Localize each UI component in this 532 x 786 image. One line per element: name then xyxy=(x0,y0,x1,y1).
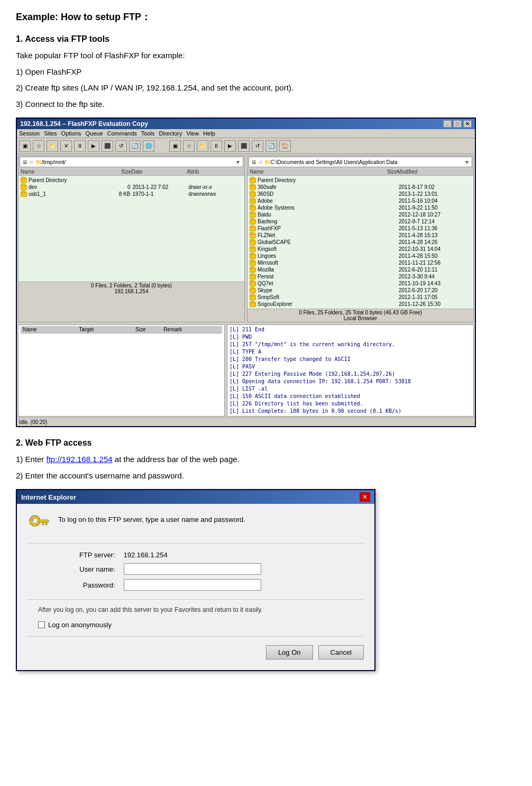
menu-queue[interactable]: Queue xyxy=(86,130,103,137)
right-file-adobesys[interactable]: Adobe Systems 2011-9-22 11:50 xyxy=(250,204,471,211)
ie-form-table: FTP server: 192.168.1.254 User name: Pas… xyxy=(38,549,341,593)
right-file-baidu[interactable]: Baidu 2012-12-18 10:27 xyxy=(250,211,471,218)
folder-icon xyxy=(250,274,256,279)
ftp-status-text: Idle. (00:20) xyxy=(19,419,47,425)
maximize-btn[interactable]: □ xyxy=(453,120,462,128)
toolbar-btn10[interactable]: 🌐 xyxy=(143,140,154,152)
ftp-left-file-list: Parent Directory dev 0 2013-1-22 7:02 dr… xyxy=(19,176,244,282)
ftp-right-header: Name Size Modified xyxy=(247,168,473,176)
menu-options[interactable]: Options xyxy=(61,130,81,137)
toolbar-btn6[interactable]: ▶ xyxy=(88,140,99,152)
ftp-log-area: Name Target Size Remark [L] 211 End [L] … xyxy=(17,323,475,418)
toolbar-btn-r2[interactable]: ☆ xyxy=(183,140,195,152)
right-file-360safe[interactable]: 360safe 2011-8-17 9:02 xyxy=(250,184,471,191)
ftp-server-value: 192.168.1.254 xyxy=(120,549,341,561)
left-address-text: /tmp/mnt/ xyxy=(42,159,66,165)
menu-view[interactable]: View xyxy=(187,130,199,137)
right-file-sogou[interactable]: SogouExplorer 2011-12-26 15:30 xyxy=(250,301,471,308)
page-title: Example: How to setup FTP： xyxy=(16,11,516,23)
toolbar-btn3[interactable]: 📁 xyxy=(47,140,58,152)
left-file-usb1[interactable]: usb1_1 8 KB 1970-1-1 drwxrwxrwx xyxy=(21,191,242,197)
right-file-mirrosoft[interactable]: Mirrosoft 2011-11-21 12:56 xyxy=(250,259,471,266)
menu-session[interactable]: Session xyxy=(19,130,40,137)
menu-commands[interactable]: Commands xyxy=(107,130,137,137)
right-file-skype[interactable]: Skype 2012-6-20 17:20 xyxy=(250,287,471,294)
right-file-lingoes[interactable]: Lingoes 2011-4-28 15:50 xyxy=(250,252,471,259)
log-line-9: [L] 150 ASCII data connection establishe… xyxy=(230,393,471,400)
right-file-mozilla[interactable]: Mozilla 2012-6-20 11:11 xyxy=(250,266,471,273)
ie-titlebar: Internet Explorer ✕ xyxy=(17,490,374,504)
right-file-flznet[interactable]: FLZNet 2011-4-28 15:13 xyxy=(250,232,471,239)
password-input[interactable] xyxy=(124,579,261,591)
toolbar-btn4[interactable]: ✕ xyxy=(60,140,72,152)
ftp-left-panel: 🖥 ☆ 📁 /tmp/mnt/ ▼ Name Size Date Attrib … xyxy=(18,155,245,322)
right-file-snnpsoft[interactable]: SnnpSoft 2012-1-31 17:05 xyxy=(250,294,471,301)
username-label: User name: xyxy=(38,561,120,577)
right-file-adobe[interactable]: Adobe 2011-5-16 10:04 xyxy=(250,197,471,204)
log-line-0: [L] 211 End xyxy=(230,326,471,333)
log-line-2: [L] 257 "/tmp/mnt" is the current workin… xyxy=(230,341,471,348)
log-line-4: [L] 200 Transfer type changed to ASCII xyxy=(230,356,471,363)
toolbar-btn5[interactable]: ⏸ xyxy=(74,140,86,152)
left-file-dev[interactable]: dev 0 2013-1-22 7:02 drwxr-xr-x xyxy=(21,184,242,191)
toolbar-btn-r1[interactable]: ▣ xyxy=(169,140,181,152)
username-input[interactable] xyxy=(124,563,261,575)
section1-header: 1. Access via FTP tools xyxy=(16,33,516,46)
right-file-persist[interactable]: Persist 2012-3-30 9:44 xyxy=(250,273,471,280)
ie-close-button[interactable]: ✕ xyxy=(360,492,370,502)
ftp-left-status: 0 Files, 2 Folders, 2 Total (0 bytes) 19… xyxy=(19,282,244,295)
right-file-flashfxp[interactable]: FlashFXP 2011-5-13 11:36 xyxy=(250,225,471,232)
ie-divider xyxy=(27,543,364,544)
log-on-button[interactable]: Log On xyxy=(266,645,313,659)
toolbar-btn9[interactable]: 🔄 xyxy=(129,140,141,152)
right-file-parent[interactable]: Parent Directory xyxy=(250,177,471,184)
ftp-left-address[interactable]: 🖥 ☆ 📁 /tmp/mnt/ ▼ xyxy=(20,157,243,167)
toolbar-btn-r8[interactable]: 🔄 xyxy=(265,140,277,152)
right-file-baofeng[interactable]: Baofeng 2012-9-7 12:14 xyxy=(250,218,471,225)
ftp-server-row: FTP server: 192.168.1.254 xyxy=(38,549,341,561)
ie-anon-row: Log on anonymously xyxy=(38,621,364,629)
toolbar-btn-r7[interactable]: ↺ xyxy=(252,140,263,152)
minimize-btn[interactable]: _ xyxy=(443,120,452,128)
ftp-window-title: 192.168.1.254 – FlashFXP Evaluation Copy xyxy=(20,120,148,128)
menu-sites[interactable]: Sites xyxy=(44,130,57,137)
toolbar-btn-r3[interactable]: 📁 xyxy=(197,140,208,152)
toolbar-btn-r6[interactable]: ⬛ xyxy=(238,140,250,152)
toolbar-btn-r5[interactable]: ▶ xyxy=(224,140,236,152)
queue-col-size: Size xyxy=(135,327,163,332)
key-icon xyxy=(27,512,51,536)
toolbar-btn2[interactable]: ☆ xyxy=(33,140,44,152)
password-row: Password: xyxy=(38,577,341,593)
ftp-log-panel: [L] 211 End [L] PWD [L] 257 "/tmp/mnt" i… xyxy=(227,324,474,417)
cancel-button[interactable]: Cancel xyxy=(318,645,364,659)
svg-rect-2 xyxy=(39,520,49,522)
left-col-size: Size xyxy=(104,169,131,175)
close-btn[interactable]: ✕ xyxy=(463,120,472,128)
toolbar-btn7[interactable]: ⬛ xyxy=(102,140,113,152)
folder-icon xyxy=(250,247,256,252)
toolbar-btn-r9[interactable]: 🏠 xyxy=(279,140,291,152)
menu-help[interactable]: Help xyxy=(203,130,215,137)
ftp-titlebar: 192.168.1.254 – FlashFXP Evaluation Copy… xyxy=(17,119,475,129)
toolbar-btn1[interactable]: ▣ xyxy=(19,140,31,152)
right-file-qq7et[interactable]: QQ7et 2011-10-19 14:43 xyxy=(250,280,471,287)
ftp-link[interactable]: ftp://192.168.1.254 xyxy=(47,455,113,464)
toolbar-btn-r4[interactable]: ⏸ xyxy=(210,140,222,152)
step2-2: 2) Enter the account's username and pass… xyxy=(16,470,516,482)
log-line-8: [L] LIST -al xyxy=(230,385,471,393)
left-file-parent[interactable]: Parent Directory xyxy=(21,177,242,184)
right-file-360sd[interactable]: 360SD 2013-1-22 13:01 xyxy=(250,191,471,197)
menu-directory[interactable]: Directory xyxy=(159,130,182,137)
right-file-kingsoft[interactable]: Kingsoft 2012-10-31 14:04 xyxy=(250,246,471,252)
queue-col-remark: Remark xyxy=(163,327,220,332)
menu-tools[interactable]: Tools xyxy=(141,130,155,137)
folder-icon xyxy=(21,192,27,197)
right-file-globalscape[interactable]: GlobalSCAPE 2011-4-28 14:26 xyxy=(250,239,471,246)
username-input-cell xyxy=(120,561,341,577)
ftp-right-address[interactable]: 🖥 ☆ 📁 C:\Documents and Settings\All User… xyxy=(249,157,472,167)
anon-checkbox[interactable] xyxy=(38,621,45,628)
log-line-11: [L] List Complete: 108 bytes in 0.90 sec… xyxy=(230,408,471,415)
folder-icon xyxy=(250,260,256,266)
right-col-modified: Modified xyxy=(397,169,471,175)
toolbar-btn8[interactable]: ↺ xyxy=(115,140,127,152)
